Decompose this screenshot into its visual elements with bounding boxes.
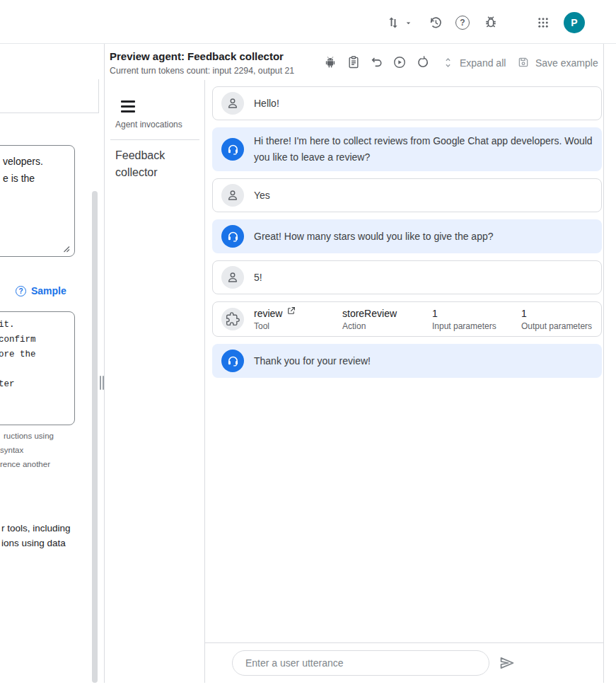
output-parameters-label: Output parameters (521, 321, 592, 331)
sample-label: Sample (31, 285, 66, 296)
left-panel-corner-line (98, 79, 99, 113)
help-icon[interactable]: ? (455, 16, 470, 30)
tool-invocation-card[interactable]: review Tool storeReview Action 1 Input p… (212, 301, 602, 337)
left-panel-scrollbar[interactable] (92, 191, 98, 683)
utterance-input[interactable] (244, 657, 477, 669)
message-text: Yes (254, 188, 270, 204)
person-icon (221, 184, 244, 207)
message-text: Hello! (254, 96, 279, 112)
apps-grid-icon[interactable] (537, 16, 550, 29)
sample-help-icon: ? (16, 286, 26, 296)
tool-name: review (254, 308, 282, 319)
puzzle-icon (221, 308, 244, 330)
agent-message-card: Great! How many stars would you like to … (212, 219, 602, 253)
save-example-button[interactable]: Save example (535, 57, 598, 69)
input-parameters-label: Input parameters (432, 321, 511, 331)
dropdown-caret-icon[interactable] (404, 18, 413, 28)
helper-line: ructions using (0, 429, 54, 443)
external-link-icon[interactable] (286, 306, 296, 316)
prompt-textarea[interactable]: it. , confirm tore the ater (0, 311, 75, 425)
nav-item-feedback-collector[interactable]: Feedback collector (115, 147, 190, 181)
headset-icon (221, 225, 244, 248)
agent-invocations-panel: Agent invocations Feedback collector (105, 44, 204, 683)
prompt-text: it. , confirm tore the ater (0, 318, 74, 392)
menu-icon[interactable] (121, 100, 135, 113)
agent-invocations-label: Agent invocations (115, 120, 182, 129)
resize-handle-icon[interactable] (63, 246, 70, 253)
chat-panel: Hello! Hi there! I'm here to collect rev… (205, 80, 603, 683)
user-message-card: Yes (212, 178, 602, 212)
left-panel: velopers. e is the ? Sample it. , confir… (0, 44, 104, 683)
message-text: 5! (254, 270, 262, 286)
user-message-card: Hello! (212, 86, 602, 120)
tokens-subtitle: Current turn tokens count: input 2294, o… (110, 66, 294, 76)
message-list: Hello! Hi there! I'm here to collect rev… (205, 80, 603, 642)
history-icon[interactable] (428, 15, 443, 30)
utterance-input-pill (232, 650, 489, 676)
helper-line: syntax (0, 443, 54, 457)
instructions-text: velopers. e is the (3, 153, 74, 187)
expand-all-button[interactable]: Expand all (460, 57, 506, 69)
user-avatar[interactable]: P (564, 12, 585, 33)
chevron-down-icon[interactable] (602, 311, 603, 327)
sample-link[interactable]: ? Sample (16, 285, 66, 296)
topbar: ? P (0, 0, 616, 44)
nav-divider (110, 139, 199, 140)
right-edge-divider (603, 44, 604, 683)
clipboard-icon[interactable] (347, 55, 361, 69)
play-circle-icon[interactable] (393, 55, 407, 69)
message-text: Thank you for your review! (254, 353, 371, 369)
instructions-textarea[interactable]: velopers. e is the (0, 145, 75, 257)
agent-message-card: Thank you for your review! (212, 344, 602, 378)
action-label: Action (342, 321, 422, 331)
user-message-card: 5! (212, 260, 602, 294)
headset-icon (221, 138, 244, 161)
person-icon (221, 266, 244, 289)
android-icon[interactable] (323, 55, 337, 69)
input-parameters-count: 1 (432, 308, 438, 319)
action-name: storeReview (342, 308, 397, 319)
save-icon[interactable] (517, 56, 531, 70)
message-text: Hi there! I'm here to collect reviews fr… (254, 133, 595, 166)
helper-line: rence another (0, 457, 54, 471)
message-text: Great! How many stars would you like to … (254, 229, 494, 245)
left-panel-header-divider (0, 113, 98, 113)
restart-icon[interactable] (416, 55, 430, 69)
undo-icon[interactable] (370, 55, 384, 69)
app-screen: ? P velopers. e is the (0, 0, 616, 692)
person-icon (221, 92, 244, 115)
bug-report-icon[interactable] (483, 15, 499, 30)
output-parameters-count: 1 (521, 308, 527, 319)
send-icon[interactable] (498, 654, 516, 672)
sort-icon[interactable] (386, 16, 400, 30)
helper-text: ructions using syntax rence another (0, 429, 54, 471)
tool-label: Tool (254, 321, 332, 331)
preview-header: Preview agent: Feedback collector Curren… (105, 44, 603, 80)
page-title: Preview agent: Feedback collector (110, 50, 284, 62)
headset-icon (221, 350, 244, 372)
note-text: r tools, including ions using data (1, 521, 71, 550)
agent-message-card: Hi there! I'm here to collect reviews fr… (212, 127, 602, 171)
unfold-icon[interactable] (442, 57, 456, 71)
chat-input-bar (205, 642, 603, 683)
